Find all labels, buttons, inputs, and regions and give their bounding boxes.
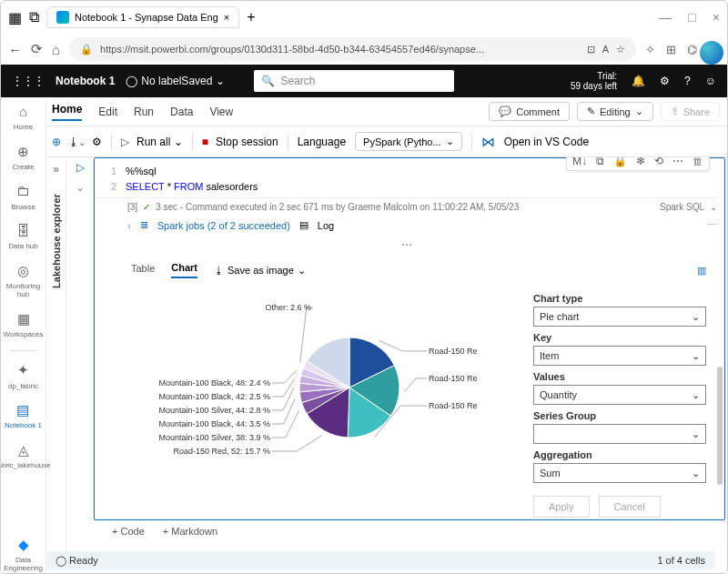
- rail-persona[interactable]: ◆Data Engineering: [1, 536, 46, 573]
- maximize-button[interactable]: □: [688, 10, 695, 25]
- collections-icon[interactable]: ▦: [8, 9, 22, 26]
- freeze-cell-icon[interactable]: ❄: [636, 157, 645, 167]
- download-icon[interactable]: ⭳⌄: [68, 136, 85, 148]
- scrollbar-track[interactable]: [717, 157, 724, 549]
- refresh-button[interactable]: ⟳: [31, 41, 43, 57]
- reader-icon[interactable]: ⊡: [587, 44, 595, 55]
- left-nav-rail: ⌂Home ⊕Create 🗀Browse 🗄Data hub ◎Monitor…: [1, 97, 46, 573]
- spark-jobs-link[interactable]: Spark jobs (2 of 2 succeeded): [157, 220, 290, 231]
- menu-home[interactable]: Home: [52, 103, 82, 121]
- copy-cell-icon[interactable]: ⧉: [596, 157, 604, 167]
- add-cell-icon[interactable]: ⊕: [52, 136, 61, 148]
- tab-table[interactable]: Table: [131, 263, 155, 277]
- svg-text:Road-150 Red, 52: 15.7 %: Road-150 Red, 52: 15.7 %: [173, 447, 270, 456]
- chevron-down-icon: ⌄: [692, 468, 700, 479]
- expand-panel-icon[interactable]: »: [53, 163, 59, 176]
- gear-icon[interactable]: ⚙: [92, 136, 102, 148]
- database-icon: 🗄: [15, 222, 33, 240]
- rail-notebook1[interactable]: ▤Notebook 1: [5, 401, 42, 430]
- rail-browse[interactable]: 🗀Browse: [11, 183, 35, 212]
- text-size-icon[interactable]: A: [602, 44, 609, 55]
- run-all-button[interactable]: Run all ⌄: [136, 136, 183, 148]
- close-window-button[interactable]: ×: [713, 10, 720, 25]
- comment-button[interactable]: 💬Comment: [489, 102, 570, 121]
- app-launcher-icon[interactable]: ⋮⋮⋮: [12, 75, 45, 87]
- run-cell-icon[interactable]: ▷: [76, 161, 85, 174]
- rail-dpfabric[interactable]: ✦dp_fabric: [8, 362, 38, 391]
- rail-home[interactable]: ⌂Home: [14, 103, 33, 132]
- cancel-button[interactable]: Cancel: [599, 496, 661, 518]
- tab-chart[interactable]: Chart: [171, 262, 197, 278]
- stop-session-button[interactable]: Stop session: [216, 136, 278, 148]
- menu-run[interactable]: Run: [134, 106, 154, 118]
- log-link[interactable]: Log: [318, 220, 334, 231]
- agg-select[interactable]: Sum⌄: [533, 463, 706, 483]
- cell-action-bar: M↓ ⧉ 🔒 ❄ ⟲ ⋯ 🗑: [566, 157, 710, 171]
- cell-more-icon[interactable]: ⋯: [672, 157, 683, 167]
- save-as-image-button[interactable]: ⭳Save as image⌄: [214, 265, 306, 277]
- tabs-icon[interactable]: ⧉: [29, 9, 39, 25]
- cell-output-more-icon[interactable]: ⋯: [707, 219, 717, 231]
- execution-status: [3] ✓ 3 sec - Command executed in 2 sec …: [96, 197, 717, 216]
- rail-workspaces[interactable]: ▦Workspaces: [4, 310, 44, 339]
- lakehouse-explorer-panel: » Lakehouse explorer: [46, 157, 66, 553]
- language-select[interactable]: PySpark (Pytho...⌄: [355, 132, 462, 151]
- values-select[interactable]: Quantity⌄: [533, 385, 706, 405]
- chevron-down-icon: ⌄: [692, 311, 700, 323]
- menu-view[interactable]: View: [209, 106, 233, 118]
- bing-sidebar-icon[interactable]: [700, 41, 723, 65]
- url-field[interactable]: 🔒 https://msit.powerbi.com/groups/0130d3…: [69, 37, 636, 61]
- play-icon: ▷: [121, 136, 129, 148]
- browser-addressbar: ← ⟳ ⌂ 🔒 https://msit.powerbi.com/groups/…: [1, 34, 727, 65]
- share-button[interactable]: ⇪Share: [661, 102, 720, 121]
- add-markdown-cell[interactable]: + Markdown: [163, 526, 217, 537]
- notebook-title[interactable]: Notebook 1: [56, 75, 115, 87]
- help-icon[interactable]: ?: [684, 75, 691, 87]
- expand-jobs-icon[interactable]: ›: [127, 220, 131, 231]
- close-tab-icon[interactable]: ×: [224, 12, 229, 23]
- chart-settings-icon[interactable]: ▥: [697, 265, 706, 277]
- settings-icon[interactable]: ⚙: [660, 75, 670, 87]
- cell-chevron-icon[interactable]: ⌄: [76, 181, 85, 194]
- clear-output-icon[interactable]: ⟲: [654, 157, 663, 167]
- rail-lakehouse[interactable]: ◬fabric_lakehouse: [0, 441, 51, 470]
- scrollbar-thumb[interactable]: [717, 367, 723, 485]
- collections-btn-icon[interactable]: ⊞: [666, 43, 676, 56]
- stop-icon: ■: [202, 136, 208, 148]
- chevron-down-icon: ⌄: [710, 202, 717, 212]
- cell-divider-dots[interactable]: ⋯: [96, 235, 717, 255]
- open-vscode-button[interactable]: Open in VS Code: [504, 136, 589, 148]
- exec-lang[interactable]: Spark SQL: [660, 202, 704, 212]
- log-icon: ▤: [299, 219, 308, 231]
- favorite-icon[interactable]: ☆: [616, 44, 625, 55]
- editing-mode-button[interactable]: ✎Editing⌄: [577, 102, 653, 121]
- delete-cell-icon[interactable]: 🗑: [693, 157, 703, 167]
- home-button[interactable]: ⌂: [52, 42, 60, 57]
- global-search[interactable]: 🔍 Search: [254, 70, 454, 92]
- markdown-toggle-icon[interactable]: M↓: [572, 157, 587, 167]
- chevron-down-icon: ⌄: [635, 106, 643, 117]
- add-code-cell[interactable]: + Code: [112, 526, 145, 537]
- favorites-bar-icon[interactable]: ✧: [645, 43, 655, 56]
- chevron-down-icon: ⌄: [446, 136, 454, 147]
- rail-monitoring[interactable]: ◎Monitoring hub: [1, 262, 46, 299]
- key-label: Key: [533, 332, 706, 343]
- feedback-icon[interactable]: ☺: [705, 75, 716, 87]
- menu-data[interactable]: Data: [170, 106, 193, 118]
- svg-text:Mountain-100 Silver, 38: 3.9 %: Mountain-100 Silver, 38: 3.9 %: [158, 433, 270, 442]
- back-button[interactable]: ←: [8, 42, 22, 57]
- key-select[interactable]: Item⌄: [533, 346, 706, 366]
- minimize-button[interactable]: —: [659, 10, 672, 25]
- chart-type-select[interactable]: Pie chart⌄: [533, 307, 706, 327]
- rail-create[interactable]: ⊕Create: [12, 143, 34, 172]
- sensitivity-label[interactable]: ◯ No labelSaved ⌄: [126, 75, 225, 87]
- browser-tab[interactable]: Notebook 1 - Synapse Data Eng ×: [46, 6, 239, 28]
- lock-cell-icon[interactable]: 🔒: [613, 157, 627, 167]
- new-tab-button[interactable]: +: [247, 9, 255, 25]
- menu-edit[interactable]: Edit: [98, 106, 117, 118]
- rail-datahub[interactable]: 🗄Data hub: [8, 222, 37, 251]
- extensions-icon[interactable]: ⌬: [687, 43, 697, 56]
- apply-button[interactable]: Apply: [533, 496, 590, 518]
- series-select[interactable]: ⌄: [533, 424, 706, 444]
- notifications-icon[interactable]: 🔔: [632, 75, 645, 87]
